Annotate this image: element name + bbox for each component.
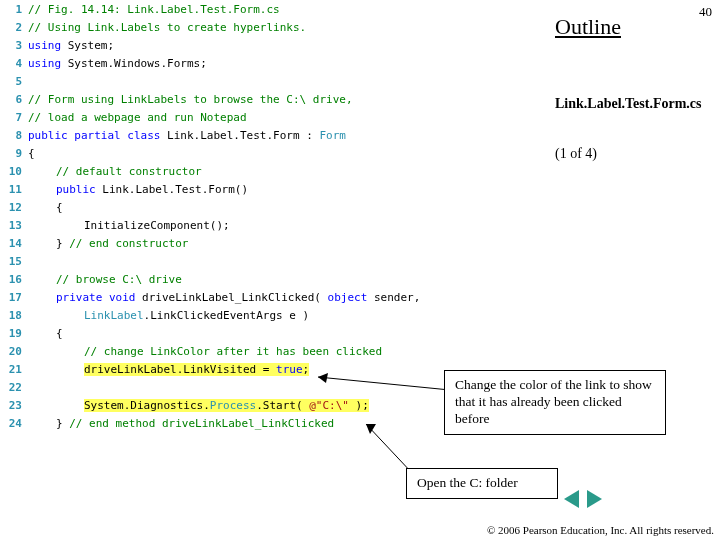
code-line: // load a webpage and run Notepad bbox=[28, 111, 247, 124]
code-line: public partial class Link.Label.Test.For… bbox=[28, 129, 346, 142]
code-line: // default constructor bbox=[28, 165, 202, 178]
code-line: private void driveLinkLabel_LinkClicked(… bbox=[28, 291, 420, 304]
callout-open-folder: Open the C: folder bbox=[406, 468, 558, 499]
copyright: © 2006 Pearson Education, Inc. All right… bbox=[487, 524, 714, 536]
code-line: driveLinkLabel.LinkVisited = true; bbox=[28, 363, 309, 376]
code-line: InitializeComponent(); bbox=[28, 219, 230, 232]
code-line: // browse C:\ drive bbox=[28, 273, 182, 286]
code-line: } // end method driveLinkLabel_LinkClick… bbox=[28, 417, 334, 430]
code-line: { bbox=[28, 147, 35, 160]
code-line: // Using Link.Labels to create hyperlink… bbox=[28, 21, 306, 34]
code-line: LinkLabel.LinkClickedEventArgs e ) bbox=[28, 309, 309, 322]
prev-button[interactable] bbox=[564, 490, 579, 508]
code-line: // change LinkColor after it has been cl… bbox=[28, 345, 382, 358]
code-line: { bbox=[28, 327, 63, 340]
code-line: // Fig. 14.14: Link.Label.Test.Form.cs bbox=[28, 3, 280, 16]
nav-buttons bbox=[562, 490, 604, 512]
code-line: System.Diagnostics.Process.Start( @"C:\"… bbox=[28, 399, 369, 412]
code-pane: 1// Fig. 14.14: Link.Label.Test.Form.cs … bbox=[0, 0, 545, 432]
code-line: using System; bbox=[28, 39, 114, 52]
page-of: (1 of 4) bbox=[555, 146, 597, 162]
outline-title: Outline bbox=[555, 14, 621, 40]
code-line: using System.Windows.Forms; bbox=[28, 57, 207, 70]
callout-link-color: Change the color of the link to show tha… bbox=[444, 370, 666, 435]
code-line: // Form using LinkLabels to browse the C… bbox=[28, 93, 353, 106]
code-line: public Link.Label.Test.Form() bbox=[28, 183, 248, 196]
next-button[interactable] bbox=[587, 490, 602, 508]
file-name: Link.Label.Test.Form.cs bbox=[555, 96, 702, 112]
page-number: 40 bbox=[699, 4, 712, 20]
code-line: } // end constructor bbox=[28, 237, 188, 250]
code-line: { bbox=[28, 201, 63, 214]
